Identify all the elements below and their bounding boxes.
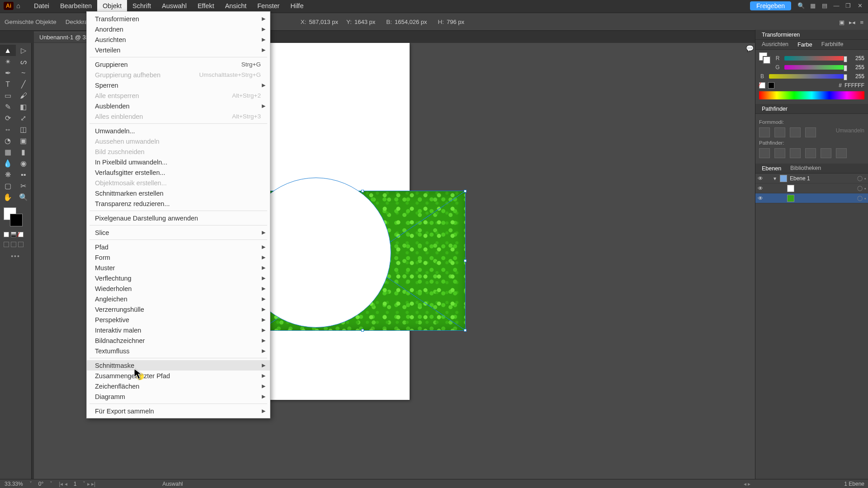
trim-button[interactable] xyxy=(774,148,785,158)
w-value[interactable]: 1654,026 px xyxy=(395,19,427,25)
menu-item-anordnen[interactable]: Anordnen▶ xyxy=(87,24,270,34)
gradient-mode-icon[interactable] xyxy=(11,232,16,237)
menu-ansicht[interactable]: Ansicht xyxy=(220,0,252,11)
menu-item-f-r-export-sammeln[interactable]: Für Export sammeln▶ xyxy=(87,406,270,416)
layer-row[interactable]: 👁◯▪ xyxy=(755,183,868,193)
eyedropper-tool[interactable]: 💧 xyxy=(0,158,16,169)
divide-button[interactable] xyxy=(759,148,770,158)
share-button[interactable]: Freigeben xyxy=(750,1,791,10)
menu-item-verzerrungsh-lle[interactable]: Verzerrungshülle▶ xyxy=(87,304,270,314)
g-slider-value[interactable]: 255 xyxy=(849,64,864,70)
isolate-icon[interactable]: ▸◂ xyxy=(849,19,855,26)
lasso-tool[interactable]: ᔕ xyxy=(16,56,32,67)
curvature-tool[interactable]: ~ xyxy=(16,67,32,79)
restore-button[interactable]: ❐ xyxy=(843,2,854,9)
zoom-tool[interactable]: 🔍 xyxy=(16,192,32,203)
graph-tool[interactable]: ▪▪ xyxy=(16,169,32,180)
menu-item-verlaufsgitter-erstellen-[interactable]: Verlaufsgitter erstellen... xyxy=(87,167,270,178)
menu-item-perspektive[interactable]: Perspektive▶ xyxy=(87,314,270,325)
selection-handle[interactable] xyxy=(464,190,467,192)
h-value[interactable]: 796 px xyxy=(447,19,464,25)
menu-item-zeichenfl-chen[interactable]: Zeichenflächen▶ xyxy=(87,381,270,391)
selection-tool[interactable]: ▲ xyxy=(0,45,16,56)
menu-item-sperren[interactable]: Sperren▶ xyxy=(87,80,270,90)
rotate-value[interactable]: 0° xyxy=(38,481,43,487)
selection-handle[interactable] xyxy=(361,190,364,192)
panel-menu-icon[interactable]: ≡ xyxy=(860,19,863,26)
arrange-icon[interactable]: ▦ xyxy=(807,2,818,9)
align-panel-tab[interactable]: Ausrichten xyxy=(757,40,793,50)
menu-effekt[interactable]: Effekt xyxy=(192,0,220,11)
search-icon[interactable]: 🔍 xyxy=(796,2,807,9)
r-slider-value[interactable]: 255 xyxy=(849,55,864,61)
comments-icon[interactable]: 💬 xyxy=(744,43,755,54)
menu-item-in-pixelbild-umwandeln-[interactable]: In Pixelbild umwandeln... xyxy=(87,157,270,167)
y-value[interactable]: 1643 px xyxy=(354,19,375,25)
scale-tool[interactable]: ⤢ xyxy=(16,113,32,124)
rotate-tool[interactable]: ⟳ xyxy=(0,113,16,124)
symbol-tool[interactable]: ❋ xyxy=(0,169,16,180)
libraries-panel-tab[interactable]: Bibliotheken xyxy=(786,164,826,174)
artboard-tool[interactable]: ▢ xyxy=(0,180,16,192)
hex-value[interactable]: FFFFFF xyxy=(844,82,864,89)
visibility-icon[interactable]: 👁 xyxy=(755,185,765,192)
rectangle-tool[interactable]: ▭ xyxy=(0,90,16,101)
direct-selection-tool[interactable]: ▷ xyxy=(16,45,32,56)
mesh-tool[interactable]: ▦ xyxy=(0,146,16,158)
select-indicator[interactable]: ▪ xyxy=(864,176,866,181)
menu-item-form[interactable]: Form▶ xyxy=(87,252,270,263)
target-icon[interactable]: ◯ xyxy=(857,195,863,201)
r-slider[interactable] xyxy=(784,56,845,61)
shaper-tool[interactable]: ✎ xyxy=(0,101,16,113)
menu-item-slice[interactable]: Slice▶ xyxy=(87,227,270,238)
menu-item-transformieren[interactable]: Transformieren▶ xyxy=(87,14,270,24)
menu-datei[interactable]: Datei xyxy=(28,0,55,11)
width-tool[interactable]: ↔ xyxy=(0,124,16,135)
line-tool[interactable]: ╱ xyxy=(16,79,32,90)
magic-wand-tool[interactable]: ✴ xyxy=(0,56,16,67)
menu-item-bildnachzeichner[interactable]: Bildnachzeichner▶ xyxy=(87,335,270,346)
none-mode-icon[interactable]: ∕ xyxy=(18,232,24,237)
menu-item-pixelgenaue-darstellung-anwenden[interactable]: Pixelgenaue Darstellung anwenden xyxy=(87,213,270,223)
g-slider[interactable] xyxy=(784,65,845,70)
intersect-button[interactable] xyxy=(790,127,801,137)
menu-item-verteilen[interactable]: Verteilen▶ xyxy=(87,45,270,55)
menu-item-textumfluss[interactable]: Textumfluss▶ xyxy=(87,346,270,356)
free-transform-tool[interactable]: ◫ xyxy=(16,124,32,135)
pathfinder-panel-tab[interactable]: Pathfinder xyxy=(757,104,792,113)
menu-item-schnittmarken-erstellen[interactable]: Schnittmarken erstellen xyxy=(87,188,270,198)
menu-item-diagramm[interactable]: Diagramm▶ xyxy=(87,391,270,402)
minus-back-button[interactable] xyxy=(836,148,847,158)
unite-button[interactable] xyxy=(759,127,770,137)
menu-item-wiederholen[interactable]: Wiederholen▶ xyxy=(87,283,270,294)
draw-normal-icon[interactable] xyxy=(4,242,9,247)
color-panel-tab[interactable]: Farbe xyxy=(793,40,817,49)
artboard-nav[interactable]: 1 xyxy=(74,481,77,487)
menu-item-ausblenden[interactable]: Ausblenden▶ xyxy=(87,101,270,111)
draw-inside-icon[interactable] xyxy=(18,242,24,247)
transform-panel-tab[interactable]: Transformieren xyxy=(757,30,804,39)
x-value[interactable]: 587,013 px xyxy=(309,19,338,25)
pen-tool[interactable]: ✒ xyxy=(0,67,16,79)
menu-schrift[interactable]: Schrift xyxy=(127,0,156,11)
merge-button[interactable] xyxy=(790,148,801,158)
workspace-icon[interactable]: ▤ xyxy=(819,2,830,9)
visibility-icon[interactable]: 👁 xyxy=(755,195,765,202)
edit-toolbar-icon[interactable]: ••• xyxy=(0,253,31,260)
menu-item-transparenz-reduzieren-[interactable]: Transparenz reduzieren... xyxy=(87,198,270,209)
menu-item-interaktiv-malen[interactable]: Interaktiv malen▶ xyxy=(87,325,270,335)
chevron-down-icon[interactable]: ▾ xyxy=(774,175,780,182)
minimize-button[interactable]: — xyxy=(831,2,842,9)
slice-tool[interactable]: ✂ xyxy=(16,180,32,192)
black-swatch-icon[interactable] xyxy=(768,82,774,89)
target-icon[interactable]: ◯ xyxy=(857,185,863,191)
selection-handle[interactable] xyxy=(464,259,467,262)
selection-handle[interactable] xyxy=(361,329,364,332)
draw-behind-icon[interactable] xyxy=(11,242,16,247)
panel-toggle-icon[interactable]: ▣ xyxy=(839,19,844,26)
layer-row[interactable]: 👁◯▪ xyxy=(755,193,868,203)
menu-item-zusammengesetzter-pfad[interactable]: Zusammengesetzter Pfad▶ xyxy=(87,371,270,381)
eraser-tool[interactable]: ◧ xyxy=(16,101,32,113)
menu-item-umwandeln-[interactable]: Umwandeln... xyxy=(87,126,270,136)
gradient-tool[interactable]: ▮ xyxy=(16,146,32,158)
